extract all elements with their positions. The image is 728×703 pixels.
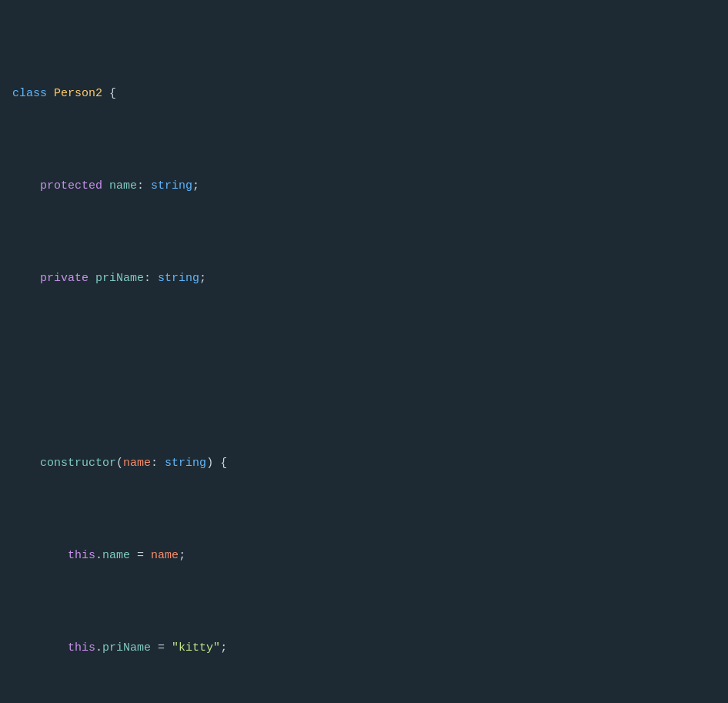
- code-line-4: [0, 362, 728, 380]
- code-line-6: this.name = name;: [0, 547, 728, 565]
- code-line-3: private priName: string;: [0, 269, 728, 288]
- code-line-2: protected name: string;: [0, 177, 728, 196]
- code-editor: class Person2 { protected name: string; …: [0, 8, 728, 703]
- code-line-7: this.priName = "kitty";: [0, 639, 728, 658]
- code-line-1: class Person2 {: [0, 85, 728, 103]
- code-line-5: constructor(name: string) {: [0, 454, 728, 473]
